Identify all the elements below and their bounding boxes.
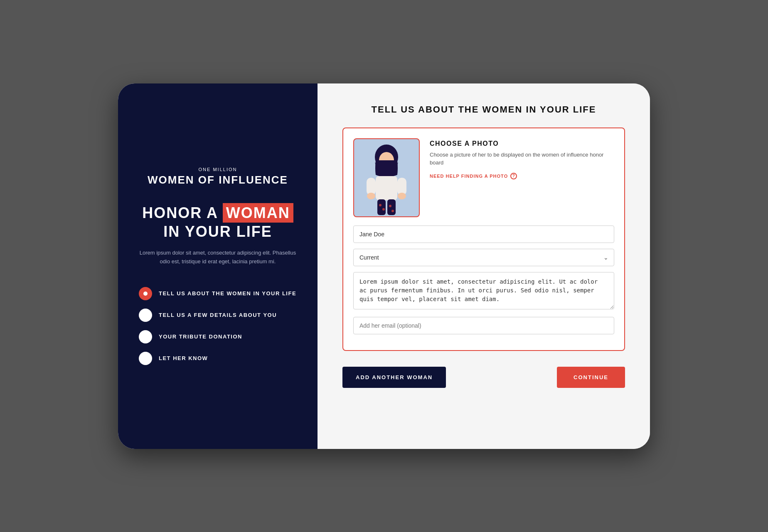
woman-illustration [357, 140, 416, 216]
svg-rect-2 [376, 176, 397, 200]
svg-rect-7 [377, 199, 386, 215]
device-frame: ONE MILLION WOMEN OF INFLUENCE HONOR A W… [118, 83, 650, 449]
svg-point-11 [389, 205, 391, 207]
bio-textarea[interactable]: Lorem ipsum dolor sit amet, consectetur … [353, 272, 614, 309]
svg-rect-4 [397, 178, 406, 195]
choose-photo-title: CHOOSE A PHOTO [430, 140, 614, 147]
brand-sub: ONE MILLION [139, 167, 297, 172]
svg-point-10 [382, 208, 385, 211]
main-card: CHOOSE A PHOTO Choose a picture of her t… [342, 127, 625, 351]
brand-section: ONE MILLION WOMEN OF INFLUENCE [139, 167, 297, 186]
add-another-button[interactable]: ADD ANOTHER WOMAN [342, 367, 446, 388]
hero-heading-highlight: WOMAN [223, 203, 293, 223]
steps-list: TELL US ABOUT THE WOMEN IN YOUR LIFE TEL… [139, 287, 297, 365]
step-circle-2 [139, 309, 152, 322]
continue-button[interactable]: CONTINUE [557, 367, 625, 388]
step-circle-3 [139, 330, 152, 343]
svg-point-5 [367, 193, 375, 199]
hero-heading-after: IN YOUR LIFE [163, 223, 272, 240]
step-circle-1 [139, 287, 152, 300]
help-icon: ? [510, 173, 517, 179]
svg-point-12 [391, 210, 394, 212]
left-panel: ONE MILLION WOMEN OF INFLUENCE HONOR A W… [118, 83, 318, 449]
email-field-wrapper [353, 317, 614, 334]
name-field-wrapper [353, 226, 614, 243]
form-title: TELL US ABOUT THE WOMEN IN YOUR LIFE [342, 104, 625, 115]
step-label-2: TELL US A FEW DETAILS ABOUT YOU [159, 312, 277, 318]
svg-rect-3 [367, 178, 376, 195]
help-link[interactable]: NEED HELP FINDING A PHOTO ? [430, 173, 614, 179]
relationship-field-wrapper: Current Past Future ⌄ [353, 249, 614, 266]
relationship-select[interactable]: Current Past Future [353, 249, 614, 266]
step-label-4: LET HER KNOW [159, 355, 208, 361]
choose-photo-desc: Choose a picture of her to be displayed … [430, 151, 614, 167]
hero-heading-before: HONOR A [142, 204, 217, 221]
step-item-3[interactable]: YOUR TRIBUTE DONATION [139, 330, 297, 343]
hero-heading: HONOR A WOMAN IN YOUR LIFE [139, 203, 297, 240]
name-input[interactable] [353, 226, 614, 243]
step-label-1: TELL US ABOUT THE WOMEN IN YOUR LIFE [159, 290, 296, 297]
photo-info: CHOOSE A PHOTO Choose a picture of her t… [430, 138, 614, 179]
step-item-2[interactable]: TELL US A FEW DETAILS ABOUT YOU [139, 309, 297, 322]
buttons-row: ADD ANOTHER WOMAN CONTINUE [342, 367, 625, 388]
step-item-1[interactable]: TELL US ABOUT THE WOMEN IN YOUR LIFE [139, 287, 297, 300]
brand-title: WOMEN OF INFLUENCE [139, 174, 297, 186]
step-item-4[interactable]: LET HER KNOW [139, 352, 297, 365]
photo-row: CHOOSE A PHOTO Choose a picture of her t… [353, 138, 614, 217]
help-link-text: NEED HELP FINDING A PHOTO [430, 174, 508, 179]
svg-rect-8 [387, 199, 396, 215]
svg-point-6 [398, 193, 406, 199]
email-input[interactable] [353, 317, 614, 334]
right-panel: TELL US ABOUT THE WOMEN IN YOUR LIFE [318, 83, 650, 449]
bio-field-wrapper: Lorem ipsum dolor sit amet, consectetur … [353, 272, 614, 311]
svg-point-9 [379, 204, 382, 206]
photo-placeholder[interactable] [353, 138, 420, 217]
hero-description: Lorem ipsum dolor sit amet, consectetur … [139, 249, 297, 266]
step-label-3: YOUR TRIBUTE DONATION [159, 333, 242, 340]
step-circle-4 [139, 352, 152, 365]
